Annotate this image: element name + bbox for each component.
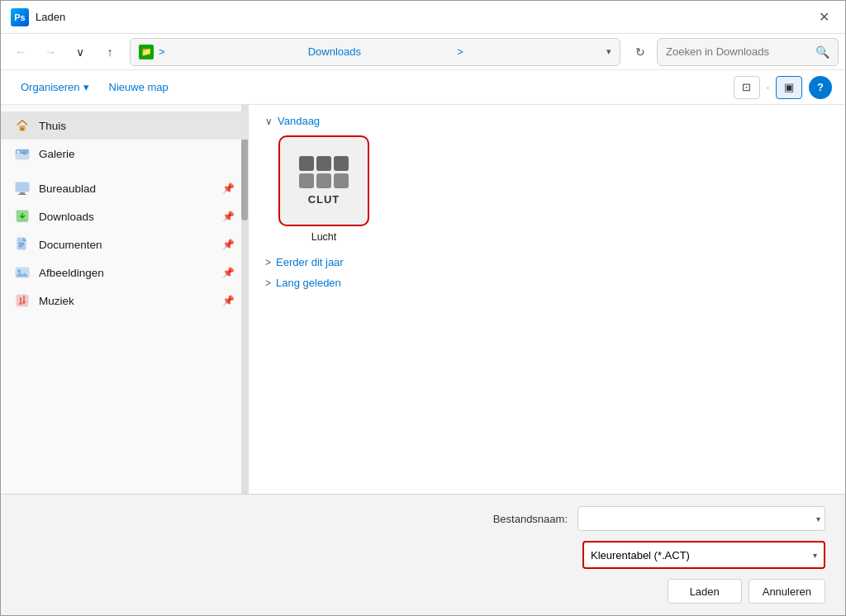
file-icon-wrapper-lucht: CLUT [278,135,369,226]
search-icon: 🔍 [815,45,829,59]
section-langgeleden-header[interactable]: > Lang geleden [265,277,829,289]
clut-cell-4 [299,173,314,188]
section-vandaag-header[interactable]: ∨ Vandaag [265,115,829,127]
clut-cell-6 [334,173,349,188]
sidebar-label-galerie: Galerie [39,148,75,160]
downloads-icon [14,208,31,225]
files-grid-vandaag: CLUT Lucht [265,135,829,243]
clut-cell-5 [316,173,331,188]
sidebar-pin-bureaublad: 📌 [222,182,235,194]
section-langgeleden-title: Lang geleden [276,277,341,289]
filetype-row: Kleurentabel (*.ACT) ▾ [21,541,825,569]
sidebar-label-bureaublad: Bureaublad [39,182,96,195]
section-eerder-chevron: > [265,257,271,268]
svg-rect-16 [17,295,28,306]
navigation-bar: ← → ∨ ↑ 📁 > Downloads > ▾ ↻ 🔍 [1,34,845,70]
section-langgeleden-chevron: > [265,277,271,289]
forward-button[interactable]: → [37,39,64,65]
sidebar-item-downloads[interactable]: Downloads 📌 [1,202,248,230]
sidebar-pin-documenten: 📌 [222,239,235,250]
sidebar-item-muziek[interactable]: Muziek 📌 [1,287,248,315]
sidebar-item-thuis[interactable]: Thuis [1,111,248,140]
sidebar-pin-downloads: 📌 [222,211,235,222]
address-folder-icon: 📁 [139,45,154,59]
title-bar: Ps Laden ✕ [1,1,845,34]
dropdown-button[interactable]: ∨ [67,39,93,65]
view-panel-button[interactable]: ▣ [776,76,802,99]
svg-point-4 [17,151,20,154]
sidebar-label-thuis: Thuis [39,120,66,132]
sidebar-label-downloads: Downloads [39,211,94,223]
svg-rect-6 [20,192,25,194]
address-path-suffix: > [457,45,601,58]
address-dropdown-icon[interactable]: ▾ [606,46,611,57]
documents-icon [14,236,31,253]
svg-rect-5 [16,182,29,192]
cancel-button[interactable]: Annuleren [749,579,825,604]
section-eerder-title: Eerder dit jaar [276,256,344,268]
svg-rect-9 [17,220,28,222]
back-button[interactable]: ← [7,39,34,65]
organize-button[interactable]: Organiseren ▾ [14,78,96,97]
help-button[interactable]: ? [809,76,832,99]
filetype-select[interactable]: Kleurentabel (*.ACT) [584,543,824,567]
sidebar-divider-1 [1,168,248,174]
clut-icon-grid [299,156,349,188]
new-folder-button[interactable]: Nieuwe map [102,78,175,97]
svg-point-15 [18,270,21,272]
section-eerder-header[interactable]: > Eerder dit jaar [265,256,829,268]
sidebar-item-galerie[interactable]: Galerie [1,140,248,168]
sidebar: Thuis Galerie [1,105,249,494]
section-vandaag-title: Vandaag [278,115,320,127]
filename-label: Bestandsnaam: [493,513,568,525]
clut-cell-1 [299,156,314,171]
app-icon: Ps [11,8,29,26]
filetype-select-wrapper: Kleurentabel (*.ACT) ▾ [582,541,825,569]
sidebar-item-bureaublad[interactable]: Bureaublad 📌 [1,174,248,202]
svg-rect-11 [19,243,24,244]
filename-row: Bestandsnaam: ▾ [21,506,825,531]
file-item-lucht[interactable]: CLUT Lucht [278,135,369,243]
sidebar-pin-afbeeldingen: 📌 [222,267,235,278]
address-path-name: Downloads [308,45,453,58]
toolbar: Organiseren ▾ Nieuwe map ⊡ · ▣ ? [1,70,845,105]
file-name-lucht: Lucht [311,231,337,243]
sidebar-label-afbeeldingen: Afbeeldingen [39,267,104,279]
bottom-bar: Bestandsnaam: ▾ Kleurentabel (*.ACT) ▾ L… [1,494,845,615]
action-row: Laden Annuleren [21,579,825,604]
sidebar-item-documenten[interactable]: Documenten 📌 [1,230,248,258]
images-icon [14,264,31,281]
filename-input-wrapper: ▾ [577,506,825,531]
main-content: Thuis Galerie [1,105,845,494]
section-vandaag-chevron: ∨ [265,116,273,127]
sidebar-label-muziek: Muziek [39,295,74,307]
svg-rect-13 [19,246,22,247]
svg-rect-12 [19,244,24,245]
svg-rect-7 [18,194,26,195]
view-icon-button[interactable]: ⊡ [734,76,760,99]
view-dot-separator: · [767,83,769,92]
up-button[interactable]: ↑ [97,39,123,65]
address-bar[interactable]: 📁 > Downloads > ▾ [130,38,620,66]
sidebar-item-afbeeldingen[interactable]: Afbeeldingen 📌 [1,258,248,287]
search-bar[interactable]: 🔍 [657,38,839,66]
sidebar-label-documenten: Documenten [39,239,102,251]
clut-cell-2 [316,156,331,171]
home-icon [14,117,31,134]
close-button[interactable]: ✕ [812,6,835,29]
window-title: Laden [36,11,812,23]
music-icon [14,292,31,309]
desktop-icon [14,180,31,197]
sidebar-pin-muziek: 📌 [222,295,235,306]
file-area: ∨ Vandaag CLUT Lucht [249,105,845,494]
clut-cell-3 [334,156,349,171]
svg-rect-1 [21,128,24,131]
address-path-separator: > [159,45,303,58]
gallery-icon [14,145,31,162]
filename-input[interactable] [577,506,825,531]
clut-label: CLUT [308,193,340,206]
search-input[interactable] [666,45,810,58]
load-button[interactable]: Laden [668,579,742,604]
refresh-button[interactable]: ↻ [627,39,654,65]
